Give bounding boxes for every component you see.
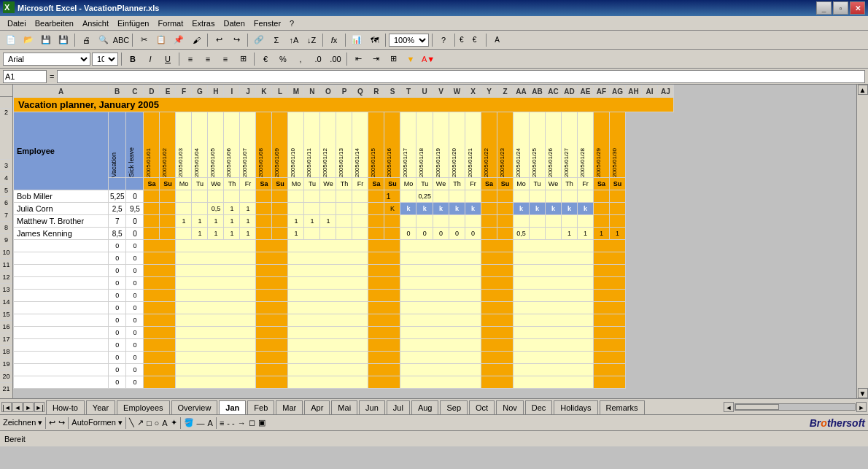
menu-help[interactable]: ? — [285, 18, 298, 29]
draw-rect[interactable]: □ — [147, 419, 152, 427]
save2-button[interactable]: 💾 — [55, 33, 71, 47]
sort-asc-button[interactable]: ↑A — [286, 33, 302, 47]
draw-fill[interactable]: 🪣 — [184, 418, 194, 427]
scroll-up-button[interactable]: ▲ — [858, 85, 868, 95]
draw-linecolor[interactable]: — — [197, 419, 205, 427]
draw-fontcolor[interactable]: A — [208, 419, 213, 427]
new-button[interactable]: 📄 — [3, 33, 19, 47]
draw-arrowstyle[interactable]: → — [238, 419, 246, 427]
tab-nov[interactable]: Nov — [496, 400, 524, 414]
open-button[interactable]: 📂 — [20, 33, 36, 47]
redo-button[interactable]: ↪ — [228, 33, 244, 47]
tab-apr[interactable]: Apr — [304, 400, 330, 414]
menu-daten[interactable]: Daten — [219, 18, 249, 29]
dec-dec-button[interactable]: .00 — [328, 52, 344, 66]
comma-button[interactable]: , — [292, 52, 309, 66]
vertical-scrollbar[interactable]: ▲ ▼ — [856, 85, 868, 398]
draw-shadow[interactable]: ◻ — [249, 418, 255, 427]
menu-format[interactable]: Format — [153, 18, 187, 29]
chart-button[interactable]: 📊 — [349, 33, 365, 47]
tab-jul[interactable]: Jul — [387, 400, 410, 414]
tab-remarks[interactable]: Remarks — [600, 400, 645, 414]
borders-button[interactable]: ⊞ — [385, 52, 401, 66]
font-color-button[interactable]: A▼ — [420, 52, 436, 66]
menu-einfuegen[interactable]: Einfügen — [113, 18, 153, 29]
draw-dash[interactable]: - - — [227, 419, 234, 427]
tab-year[interactable]: Year — [86, 400, 115, 414]
draw-oval[interactable]: ○ — [155, 419, 160, 427]
paintformat-button[interactable]: 🖌 — [188, 33, 204, 47]
hscroll-left-button[interactable]: ◄ — [724, 402, 734, 412]
menu-extras[interactable]: Extras — [187, 18, 219, 29]
menu-datei[interactable]: Datei — [3, 18, 31, 29]
tab-sep[interactable]: Sep — [440, 400, 468, 414]
fill-color-button[interactable]: ▼ — [403, 52, 419, 66]
percent-button[interactable]: % — [275, 52, 291, 66]
tab-prev-button[interactable]: ◄ — [12, 402, 23, 412]
paste-button[interactable]: 📌 — [171, 33, 187, 47]
dec-inc-button[interactable]: .0 — [310, 52, 326, 66]
tab-aug[interactable]: Aug — [411, 400, 439, 414]
tab-mar[interactable]: Mar — [276, 400, 303, 414]
tab-overview[interactable]: Overview — [171, 400, 218, 414]
outdent-button[interactable]: ⇥ — [368, 52, 384, 66]
bold-button[interactable]: B — [125, 52, 141, 66]
formula-input[interactable] — [57, 70, 865, 83]
close-button[interactable]: ✕ — [850, 1, 865, 15]
tab-mai[interactable]: Mai — [331, 400, 357, 414]
align-right-button[interactable]: ≡ — [217, 52, 233, 66]
tab-jan[interactable]: Jan — [219, 400, 246, 414]
undo-button[interactable]: ↩ — [211, 33, 227, 47]
tab-last-button[interactable]: ►| — [34, 402, 44, 412]
align-left-button[interactable]: ≡ — [182, 52, 198, 66]
scroll-down-button[interactable]: ▼ — [858, 388, 868, 398]
fx-button[interactable]: fx — [326, 33, 342, 47]
menu-bearbeiten[interactable]: Bearbeiten — [31, 18, 78, 29]
currency2-button[interactable]: € — [257, 52, 274, 66]
hyperlink-button[interactable]: 🔗 — [251, 33, 267, 47]
draw-line[interactable]: ╲ — [129, 418, 134, 427]
draw-redo[interactable]: ↪ — [58, 418, 65, 427]
tab-dec[interactable]: Dec — [525, 400, 553, 414]
tab-jun[interactable]: Jun — [359, 400, 385, 414]
preview-button[interactable]: 🔍 — [96, 33, 112, 47]
align-center-button[interactable]: ≡ — [200, 52, 216, 66]
tab-first-button[interactable]: |◄ — [1, 402, 12, 412]
sort-desc-button[interactable]: ↓Z — [303, 33, 319, 47]
autosum-button[interactable]: Σ — [268, 33, 284, 47]
map-button[interactable]: 🗺 — [366, 33, 382, 47]
draw-arrow[interactable]: ↗ — [137, 418, 144, 427]
tab-oct[interactable]: Oct — [469, 400, 495, 414]
copy-button[interactable]: 📋 — [153, 33, 169, 47]
italic-button[interactable]: I — [142, 52, 158, 66]
underline-button[interactable]: U — [160, 52, 176, 66]
print-button[interactable]: 🖨 — [78, 33, 94, 47]
menu-fenster[interactable]: Fenster — [249, 18, 285, 29]
indent-button[interactable]: ⇤ — [350, 52, 366, 66]
tab-howto[interactable]: How-to — [46, 400, 85, 414]
euro-button[interactable]: € — [467, 33, 483, 47]
menu-ansicht[interactable]: Ansicht — [78, 18, 113, 29]
save-button[interactable]: 💾 — [38, 33, 54, 47]
zoom-select[interactable]: 100% — [389, 34, 429, 47]
draw-3d[interactable]: ▣ — [258, 418, 266, 427]
hscroll-right-button[interactable]: ► — [856, 402, 867, 412]
hscrollbar[interactable]: ◄ ► — [722, 399, 868, 414]
cell-ref-input[interactable] — [3, 70, 47, 83]
draw-wordart[interactable]: ✦ — [171, 418, 177, 427]
cut-button[interactable]: ✂ — [136, 33, 152, 47]
fontsize-select[interactable]: 10 — [92, 53, 118, 66]
draw-undo[interactable]: ↩ — [49, 418, 55, 427]
draw-textbox[interactable]: A — [162, 419, 167, 427]
draw-linestyle[interactable]: ≡ — [220, 419, 224, 427]
restore-button[interactable]: ▫ — [833, 1, 848, 15]
tab-feb[interactable]: Feb — [247, 400, 274, 414]
color-button[interactable]: A — [489, 33, 505, 47]
tab-next-button[interactable]: ► — [23, 402, 34, 412]
font-select[interactable]: Arial — [3, 53, 90, 66]
help-button[interactable]: ? — [435, 33, 452, 47]
spell-button[interactable]: ABC — [113, 33, 129, 47]
merge-button[interactable]: ⊞ — [235, 52, 251, 66]
tab-employees[interactable]: Employees — [117, 400, 169, 414]
minimize-button[interactable]: _ — [816, 1, 832, 15]
